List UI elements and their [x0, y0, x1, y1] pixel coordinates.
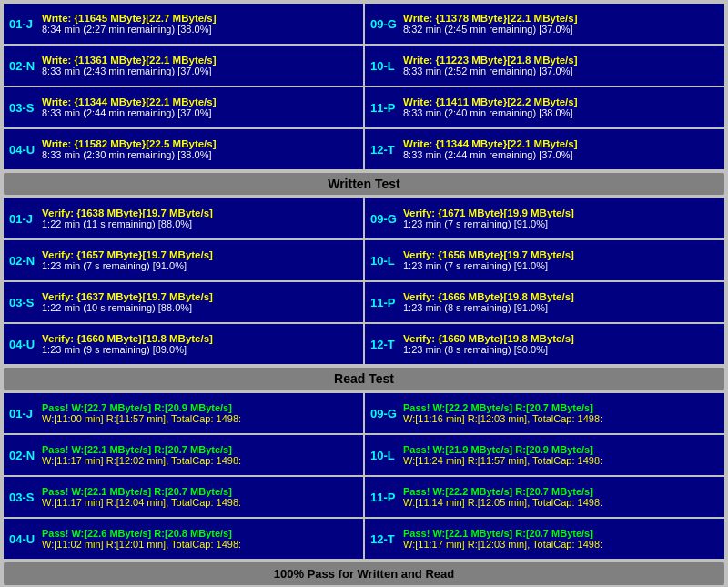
drive-line2: 1:23 min (8 s remaining) [90.0%] [403, 344, 719, 355]
drive-line1: Write: {11411 MByte}[22.2 MByte/s] [403, 96, 719, 107]
drive-id: 12-T [370, 327, 399, 361]
drive-info: Write: {11645 MByte}[22.7 MByte/s]8:34 m… [42, 6, 358, 41]
drive-line1: Verify: {1637 MByte}[19.7 MByte/s] [42, 291, 358, 302]
write-section: 01-JWrite: {11645 MByte}[22.7 MByte/s]8:… [4, 4, 724, 195]
drive-info: Pass! W:[22.6 MByte/s] R:[20.8 MByte/s]W… [42, 521, 358, 556]
drive-info: Verify: {1638 MByte}[19.7 MByte/s]1:22 m… [42, 201, 358, 236]
drive-cell: 04-UPass! W:[22.6 MByte/s] R:[20.8 MByte… [4, 519, 363, 559]
drive-id: 04-U [9, 521, 38, 556]
drive-line1: Verify: {1666 MByte}[19.8 MByte/s] [403, 291, 719, 302]
drive-info: Write: {11361 MByte}[22.1 MByte/s]8:33 m… [42, 48, 358, 83]
drive-cell: 09-GVerify: {1671 MByte}[19.9 MByte/s]1:… [365, 198, 724, 238]
drive-line2: W:[11:14 min] R:[12:05 min], TotalCap: 1… [403, 497, 719, 508]
drive-line1: Pass! W:[22.1 MByte/s] R:[20.7 MByte/s] [42, 444, 358, 455]
drive-line1: Verify: {1638 MByte}[19.7 MByte/s] [42, 207, 358, 218]
drive-line1: Pass! W:[21.9 MByte/s] R:[20.9 MByte/s] [403, 444, 719, 455]
drive-cell: 10-LVerify: {1656 MByte}[19.7 MByte/s]1:… [365, 240, 724, 280]
drive-id: 12-T [370, 132, 399, 167]
drive-info: Write: {11411 MByte}[22.2 MByte/s]8:33 m… [403, 90, 719, 125]
drive-line1: Verify: {1660 MByte}[19.8 MByte/s] [42, 333, 358, 344]
pass-grid: 01-JPass! W:[22.7 MByte/s] R:[20.9 MByte… [4, 393, 724, 559]
drive-line1: Write: {11645 MByte}[22.7 MByte/s] [42, 13, 358, 24]
drive-cell: 01-JVerify: {1638 MByte}[19.7 MByte/s]1:… [4, 198, 363, 238]
drive-info: Verify: {1637 MByte}[19.7 MByte/s]1:22 m… [42, 285, 358, 319]
drive-info: Pass! W:[22.2 MByte/s] R:[20.7 MByte/s]W… [403, 480, 719, 514]
drive-cell: 12-TPass! W:[22.1 MByte/s] R:[20.7 MByte… [365, 519, 724, 559]
drive-line2: 8:33 min (2:30 min remaining) [38.0%] [42, 149, 358, 160]
drive-line1: Pass! W:[22.2 MByte/s] R:[20.7 MByte/s] [403, 486, 719, 497]
drive-info: Write: {11344 MByte}[22.1 MByte/s]8:33 m… [42, 90, 358, 125]
written-test-header: Written Test [4, 173, 724, 195]
drive-line1: Pass! W:[22.1 MByte/s] R:[20.7 MByte/s] [403, 528, 719, 539]
pass-section: 01-JPass! W:[22.7 MByte/s] R:[20.9 MByte… [4, 393, 724, 559]
drive-id: 09-G [370, 201, 399, 236]
drive-line2: 1:22 min (11 s remaining) [88.0%] [42, 218, 358, 229]
drive-info: Pass! W:[22.7 MByte/s] R:[20.9 MByte/s]W… [42, 396, 358, 430]
drive-info: Pass! W:[22.1 MByte/s] R:[20.7 MByte/s]W… [42, 480, 358, 514]
drive-info: Verify: {1657 MByte}[19.7 MByte/s]1:23 m… [42, 243, 358, 278]
drive-id: 03-S [9, 480, 38, 514]
drive-cell: 12-TVerify: {1660 MByte}[19.8 MByte/s]1:… [365, 324, 724, 364]
drive-line2: 8:33 min (2:44 min remaining) [37.0%] [42, 107, 358, 118]
drive-cell: 10-LPass! W:[21.9 MByte/s] R:[20.9 MByte… [365, 435, 724, 475]
drive-cell: 02-NVerify: {1657 MByte}[19.7 MByte/s]1:… [4, 240, 363, 280]
drive-line1: Pass! W:[22.1 MByte/s] R:[20.7 MByte/s] [42, 486, 358, 497]
drive-id: 02-N [9, 438, 38, 472]
drive-info: Pass! W:[21.9 MByte/s] R:[20.9 MByte/s]W… [403, 438, 719, 472]
drive-id: 10-L [370, 243, 399, 278]
drive-cell: 09-GPass! W:[22.2 MByte/s] R:[20.7 MByte… [365, 393, 724, 433]
drive-line2: 1:23 min (7 s remaining) [91.0%] [42, 260, 358, 271]
drive-line1: Verify: {1660 MByte}[19.8 MByte/s] [403, 333, 719, 344]
drive-line2: W:[11:24 min] R:[11:57 min], TotalCap: 1… [403, 455, 719, 466]
drive-line1: Pass! W:[22.2 MByte/s] R:[20.7 MByte/s] [403, 402, 719, 413]
drive-cell: 11-PWrite: {11411 MByte}[22.2 MByte/s]8:… [365, 87, 724, 127]
drive-id: 03-S [9, 90, 38, 125]
drive-line1: Verify: {1656 MByte}[19.7 MByte/s] [403, 249, 719, 260]
drive-line2: W:[11:17 min] R:[12:03 min], TotalCap: 1… [403, 539, 719, 550]
drive-info: Verify: {1660 MByte}[19.8 MByte/s]1:23 m… [403, 327, 719, 361]
drive-cell: 02-NPass! W:[22.1 MByte/s] R:[20.7 MByte… [4, 435, 363, 475]
drive-line1: Pass! W:[22.7 MByte/s] R:[20.9 MByte/s] [42, 402, 358, 413]
drive-line2: 8:33 min (2:40 min remaining) [38.0%] [403, 107, 719, 118]
drive-cell: 12-TWrite: {11344 MByte}[22.1 MByte/s]8:… [365, 129, 724, 169]
drive-info: Verify: {1666 MByte}[19.8 MByte/s]1:23 m… [403, 285, 719, 319]
drive-cell: 02-NWrite: {11361 MByte}[22.1 MByte/s]8:… [4, 46, 363, 86]
drive-id: 09-G [370, 6, 399, 41]
drive-info: Write: {11378 MByte}[22.1 MByte/s]8:32 m… [403, 6, 719, 41]
drive-info: Pass! W:[22.1 MByte/s] R:[20.7 MByte/s]W… [403, 521, 719, 556]
footer-bar: 100% Pass for Written and Read [4, 562, 724, 585]
drive-line1: Pass! W:[22.6 MByte/s] R:[20.8 MByte/s] [42, 528, 358, 539]
drive-id: 02-N [9, 243, 38, 278]
drive-line2: 1:23 min (7 s remaining) [91.0%] [403, 218, 719, 229]
drive-cell: 09-GWrite: {11378 MByte}[22.1 MByte/s]8:… [365, 4, 724, 44]
drive-info: Verify: {1660 MByte}[19.8 MByte/s]1:23 m… [42, 327, 358, 361]
drive-line2: W:[11:02 min] R:[12:01 min], TotalCap: 1… [42, 539, 358, 550]
drive-line2: W:[11:16 min] R:[12:03 min], TotalCap: 1… [403, 413, 719, 424]
main-container: 01-JWrite: {11645 MByte}[22.7 MByte/s]8:… [0, 0, 728, 587]
drive-line1: Write: {11344 MByte}[22.1 MByte/s] [403, 138, 719, 149]
drive-cell: 03-SPass! W:[22.1 MByte/s] R:[20.7 MByte… [4, 477, 363, 517]
drive-id: 03-S [9, 285, 38, 319]
drive-line2: 8:32 min (2:45 min remaining) [37.0%] [403, 24, 719, 35]
drive-line2: 1:23 min (9 s remaining) [89.0%] [42, 344, 358, 355]
drive-id: 12-T [370, 521, 399, 556]
drive-line1: Write: {11344 MByte}[22.1 MByte/s] [42, 96, 358, 107]
drive-line2: 1:23 min (8 s remaining) [91.0%] [403, 302, 719, 313]
drive-line2: W:[11:17 min] R:[12:04 min], TotalCap: 1… [42, 497, 358, 508]
drive-info: Verify: {1656 MByte}[19.7 MByte/s]1:23 m… [403, 243, 719, 278]
drive-line1: Write: {11582 MByte}[22.5 MByte/s] [42, 138, 358, 149]
drive-cell: 11-PVerify: {1666 MByte}[19.8 MByte/s]1:… [365, 282, 724, 322]
write-grid: 01-JWrite: {11645 MByte}[22.7 MByte/s]8:… [4, 4, 724, 169]
drive-cell: 04-UVerify: {1660 MByte}[19.8 MByte/s]1:… [4, 324, 363, 364]
drive-id: 10-L [370, 48, 399, 83]
drive-id: 10-L [370, 438, 399, 472]
drive-line2: W:[11:17 min] R:[12:02 min], TotalCap: 1… [42, 455, 358, 466]
verify-grid: 01-JVerify: {1638 MByte}[19.7 MByte/s]1:… [4, 198, 724, 364]
drive-id: 01-J [9, 6, 38, 41]
drive-line2: 8:33 min (2:44 min remaining) [37.0%] [403, 149, 719, 160]
drive-cell: 10-LWrite: {11223 MByte}[21.8 MByte/s]8:… [365, 46, 724, 86]
drive-id: 11-P [370, 90, 399, 125]
drive-line1: Verify: {1671 MByte}[19.9 MByte/s] [403, 207, 719, 218]
drive-line2: 1:23 min (7 s remaining) [91.0%] [403, 260, 719, 271]
drive-line2: 1:22 min (10 s remaining) [88.0%] [42, 302, 358, 313]
